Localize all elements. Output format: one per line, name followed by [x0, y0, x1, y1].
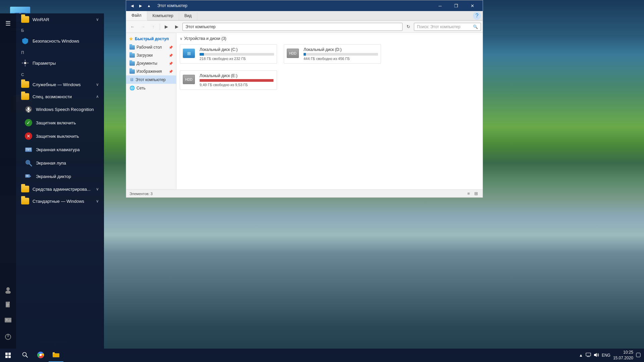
file-explorer: ◀ ▶ ▲ Этот компьютер ─ ❐ ✕ Файл Компьюте…: [126, 0, 483, 198]
drives-grid: ⊞ Локальный диск (C:) 218 ГБ свободно из…: [180, 44, 479, 90]
speaker-tray-icon[interactable]: [594, 352, 599, 359]
clock[interactable]: 10:25 15.07.2020: [613, 350, 633, 361]
svg-marker-56: [594, 353, 597, 357]
sidebar-desktop[interactable]: Рабочий стол 📌: [126, 43, 176, 51]
grid-view-button[interactable]: ⊞: [473, 190, 479, 197]
tray-arrow[interactable]: ▲: [579, 353, 583, 358]
address-bar: ← → ↑ ▶ ▶ Этот компьютер ↻ Поиск: Этот к…: [126, 21, 483, 33]
svg-rect-33: [26, 149, 27, 150]
drive-c-icon: ⊞: [183, 49, 196, 59]
service-windows-item[interactable]: Служебные — Windows ∨: [16, 78, 104, 90]
tab-view[interactable]: Вид: [179, 11, 198, 20]
breadcrumb-arrow[interactable]: ▶: [162, 22, 171, 32]
help-button[interactable]: ?: [473, 12, 481, 20]
forward-button[interactable]: →: [138, 22, 148, 32]
back-button[interactable]: ←: [128, 22, 137, 32]
restore-button[interactable]: ❐: [448, 0, 464, 11]
power-button[interactable]: [1, 330, 15, 344]
keyboard-icon: [24, 145, 33, 154]
separator: [160, 23, 160, 30]
keyboard-item[interactable]: Экранная клавиатура: [16, 143, 104, 156]
defender-on-item[interactable]: ✓ Защитник включить: [16, 116, 104, 129]
svg-point-7: [5, 291, 11, 294]
drive-d[interactable]: HDD Локальный диск (D:) 444 ГБ свободно …: [284, 44, 381, 64]
sidebar-documents[interactable]: Документы 📌: [126, 59, 176, 67]
service-label: Служебные — Windows: [33, 82, 96, 87]
titlebar-up-btn[interactable]: ▲: [146, 2, 152, 9]
narrator-item[interactable]: Экранный диктор: [16, 170, 104, 183]
monitor-tray-icon[interactable]: [586, 353, 591, 358]
accessibility-expand-icon: ∧: [96, 94, 99, 99]
svg-rect-57: [636, 353, 640, 357]
service-folder-icon: [21, 81, 29, 88]
search-taskbar-icon[interactable]: [18, 349, 33, 362]
downloads-label: Загрузки: [137, 53, 153, 58]
titlebar-forward-btn[interactable]: ▶: [137, 2, 144, 9]
magnifier-item[interactable]: Экранная лупа: [16, 156, 104, 170]
svg-rect-12: [6, 306, 8, 306]
sidebar-downloads[interactable]: Загрузки 📌: [126, 51, 176, 59]
standard-folder-icon: [21, 198, 29, 204]
drive-d-fill: [304, 53, 306, 56]
list-view-button[interactable]: ≡: [465, 190, 472, 197]
quick-access-section[interactable]: ★ Быстрый доступ: [126, 35, 176, 43]
standard-windows-item[interactable]: Стандартные — Windows ∨: [16, 195, 104, 207]
category-s: С: [16, 70, 104, 78]
windows-security-item[interactable]: Безопасность Windows: [16, 34, 104, 48]
accessibility-folder[interactable]: Спец. возможности ∧: [16, 90, 104, 103]
start-button[interactable]: [0, 349, 16, 362]
close-button[interactable]: ✕: [465, 0, 480, 11]
photos-button[interactable]: [1, 313, 15, 327]
refresh-button[interactable]: ↻: [404, 22, 413, 32]
drive-c-name: Локальный диск (C:): [200, 47, 274, 52]
tab-file[interactable]: Файл: [126, 11, 147, 20]
winrar-folder[interactable]: WinRAR ∨: [16, 13, 104, 25]
service-expand-icon: ∨: [96, 82, 99, 87]
svg-rect-30: [27, 148, 28, 149]
drive-e[interactable]: HDD Локальный диск (E:) 9,49 ГБ свободно…: [180, 70, 277, 90]
ribbon: Файл Компьютер Вид ?: [126, 11, 483, 21]
sidebar-network[interactable]: 🌐 Сеть: [126, 84, 176, 92]
drive-c[interactable]: ⊞ Локальный диск (C:) 218 ГБ свободно из…: [180, 44, 277, 64]
speech-recognition-item[interactable]: Windows Speech Recognition: [16, 103, 104, 116]
user-button[interactable]: [1, 283, 15, 297]
defender-off-item[interactable]: ✕ Защитник выключить: [16, 129, 104, 143]
tab-computer[interactable]: Компьютер: [147, 11, 179, 20]
settings-item[interactable]: Параметры: [16, 56, 104, 70]
chrome-icon[interactable]: [33, 349, 48, 362]
sidebar-images[interactable]: Изображения 📌: [126, 67, 176, 75]
svg-rect-22: [22, 63, 23, 63]
address-path[interactable]: Этот компьютер: [182, 23, 402, 31]
titlebar-left: ◀ ▶ ▲ Этот компьютер: [129, 2, 432, 9]
search-box[interactable]: Поиск: Этот компьютер 🔍: [414, 23, 481, 31]
taskbar-apps: [18, 349, 63, 362]
explorer-taskbar-icon[interactable]: [49, 349, 63, 362]
admin-tools-item[interactable]: Средства администрирова... ∨: [16, 183, 104, 195]
language-indicator[interactable]: ENG: [602, 353, 610, 358]
search-text: Поиск: Этот компьютер: [417, 24, 471, 29]
security-icon: [21, 37, 29, 45]
section-chevron: ∨: [180, 37, 182, 41]
notification-button[interactable]: [636, 353, 641, 358]
document-button[interactable]: [1, 298, 15, 312]
settings-label: Параметры: [33, 61, 56, 66]
up-button[interactable]: ↑: [149, 22, 158, 32]
svg-rect-39: [25, 174, 30, 178]
breadcrumb-arrow2[interactable]: ▶: [172, 22, 181, 32]
svg-rect-25: [28, 107, 30, 110]
minimize-button[interactable]: ─: [432, 0, 448, 11]
section-title: Устройства и диски (3): [184, 36, 226, 41]
svg-rect-31: [29, 148, 30, 149]
status-bar: Элементов: 3 ≡ ⊞: [126, 189, 483, 197]
drive-d-info: Локальный диск (D:) 444 ГБ свободно из 4…: [304, 47, 378, 61]
date-display: 15.07.2020: [613, 355, 633, 361]
drive-d-icon: HDD: [287, 49, 300, 59]
defender-on-icon: ✓: [24, 119, 33, 127]
pin-icon3: 📌: [169, 62, 173, 65]
ribbon-tabs: Файл Компьютер Вид ?: [126, 11, 483, 20]
start-menu-content: WinRAR ∨ Б Безопасность Windows П: [16, 13, 104, 349]
winrar-label: WinRAR: [33, 17, 96, 22]
sidebar-thispc[interactable]: 🖥 Этот компьютер: [126, 75, 176, 84]
titlebar-back-btn[interactable]: ◀: [129, 2, 136, 9]
hamburger-button[interactable]: ☰: [1, 17, 15, 30]
